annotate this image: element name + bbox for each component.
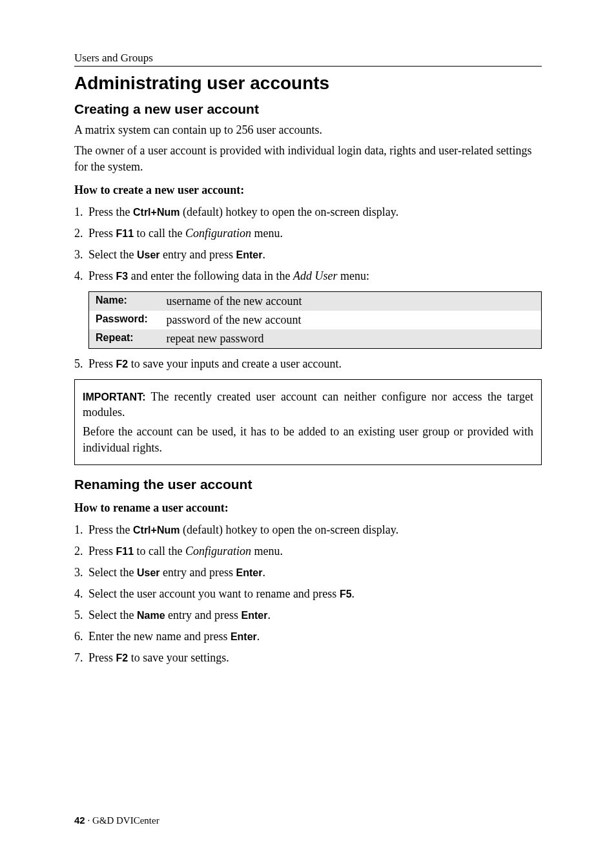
text: . [262, 248, 265, 261]
h2-creating: Creating a new user account [74, 101, 542, 117]
text: to save your settings. [128, 651, 229, 664]
kbd-f2: F2 [116, 652, 128, 663]
create-p1: A matrix system can contain up to 256 us… [74, 122, 542, 138]
create-howto: How to create a new user account: [74, 183, 542, 197]
kbd-f3: F3 [116, 271, 128, 282]
add-user-table: Name: username of the new account Passwo… [88, 291, 542, 349]
text: . [267, 609, 271, 621]
text: Press [88, 651, 116, 664]
kbd-enter: Enter [236, 249, 263, 260]
text: (default) hotkey to open the on-screen d… [180, 523, 398, 536]
cell-password-val: password of the new account [160, 311, 542, 329]
text: Press [88, 545, 116, 558]
rename-step-2: Press F11 to call the Configuration menu… [74, 543, 542, 560]
text: to save your inputs and create a user ac… [128, 357, 342, 370]
page: Users and Groups Administrating user acc… [0, 0, 616, 865]
text: Press the [88, 523, 133, 536]
text: . [352, 587, 355, 600]
create-steps: Press the Ctrl+Num (default) hotkey to o… [74, 203, 542, 285]
note-p2: Before the account can be used, it has t… [83, 424, 533, 455]
text: The recently created user account can ne… [83, 390, 533, 419]
text: Press [88, 227, 116, 240]
table-row: Name: username of the new account [89, 291, 542, 311]
text: . [262, 566, 265, 579]
create-step-3: Select the User entry and press Enter. [74, 246, 542, 264]
text: and enter the following data in the [128, 269, 293, 282]
rename-step-3: Select the User entry and press Enter. [74, 564, 542, 581]
cell-name-label: Name: [89, 291, 160, 311]
page-number: 42 [74, 815, 85, 826]
menu-configuration: Configuration [185, 227, 251, 240]
kbd-ctrl-num: Ctrl+Num [133, 525, 180, 536]
text: (default) hotkey to open the on-screen d… [180, 205, 398, 218]
ui-user: User [137, 249, 160, 260]
text: Select the [88, 566, 137, 579]
note-label: IMPORTANT: [83, 391, 145, 402]
menu-add-user: Add User [293, 269, 338, 282]
rename-step-6: Enter the new name and press Enter. [74, 628, 542, 645]
footer: 42 · G&D DVICenter [74, 815, 159, 826]
table-row: Password: password of the new account [89, 311, 542, 329]
text: Press [88, 269, 116, 282]
top-rule [74, 66, 542, 67]
kbd-enter: Enter [231, 631, 257, 642]
create-steps-cont: Press F2 to save your inputs and create … [74, 355, 542, 373]
kbd-enter: Enter [241, 610, 268, 621]
text: Select the user account you want to rena… [88, 587, 340, 600]
cell-name-val: username of the new account [160, 291, 542, 311]
text: entry and press [165, 609, 241, 621]
note-p1: IMPORTANT: The recently created user acc… [83, 389, 533, 421]
h2-renaming: Renaming the user account [74, 477, 542, 492]
text: Enter the new name and press [88, 630, 231, 643]
create-step-1: Press the Ctrl+Num (default) hotkey to o… [74, 203, 542, 221]
text: menu. [251, 545, 283, 558]
text: entry and press [160, 248, 236, 261]
footer-sep: · [85, 815, 92, 826]
text: Select the [88, 609, 137, 621]
kbd-f11: F11 [116, 228, 134, 239]
kbd-f2: F2 [116, 359, 128, 370]
text: entry and press [160, 566, 236, 579]
kbd-f11: F11 [116, 546, 134, 557]
text: Select the [88, 248, 137, 261]
table-row: Repeat: repeat new password [89, 329, 542, 349]
rename-step-4: Select the user account you want to rena… [74, 585, 542, 603]
text: Press the [88, 205, 133, 218]
text: to call the [134, 227, 185, 240]
rename-howto: How to rename a user account: [74, 501, 542, 515]
important-note: IMPORTANT: The recently created user acc… [74, 379, 542, 465]
h1-administrating: Administrating user accounts [74, 73, 542, 94]
create-step-5: Press F2 to save your inputs and create … [74, 355, 542, 373]
kbd-ctrl-num: Ctrl+Num [133, 207, 180, 218]
cell-password-label: Password: [89, 311, 160, 329]
rename-step-5: Select the Name entry and press Enter. [74, 607, 542, 624]
text: . [257, 630, 260, 643]
footer-product: G&D DVICenter [92, 815, 159, 826]
text: Press [88, 357, 116, 370]
cell-repeat-val: repeat new password [160, 329, 542, 349]
cell-repeat-label: Repeat: [89, 329, 160, 349]
rename-steps: Press the Ctrl+Num (default) hotkey to o… [74, 521, 542, 667]
text: menu. [251, 227, 283, 240]
kbd-enter: Enter [236, 567, 263, 578]
create-step-2: Press F11 to call the Configuration menu… [74, 225, 542, 242]
running-head: Users and Groups [74, 52, 542, 65]
ui-name: Name [137, 610, 165, 621]
rename-step-7: Press F2 to save your settings. [74, 649, 542, 667]
ui-user: User [137, 567, 160, 578]
text: menu: [338, 269, 370, 282]
create-step-4: Press F3 and enter the following data in… [74, 267, 542, 285]
kbd-f5: F5 [340, 589, 352, 599]
rename-step-1: Press the Ctrl+Num (default) hotkey to o… [74, 521, 542, 539]
text: to call the [134, 545, 185, 558]
menu-configuration: Configuration [185, 545, 251, 558]
create-p2: The owner of a user account is provided … [74, 143, 542, 174]
